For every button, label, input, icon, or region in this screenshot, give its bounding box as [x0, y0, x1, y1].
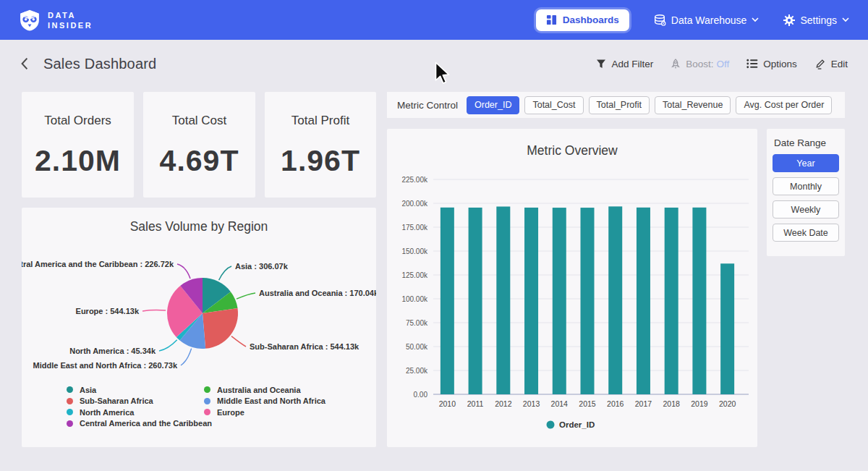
bar-legend-label[interactable]: Order_ID	[559, 420, 595, 429]
bar-2020[interactable]	[720, 263, 734, 394]
legend-dot	[204, 386, 210, 393]
legend-item-central-america-and-the-caribbean[interactable]: Central America and the Caribbean	[67, 418, 212, 430]
kpi-card-total-profit: Total Profit 1.96T	[265, 92, 376, 198]
y-tick-label: 150.00k	[401, 247, 428, 255]
x-tick-label: 2012	[495, 399, 512, 408]
pie-slice-sub-saharan-africa[interactable]	[203, 308, 238, 349]
bar-legend-dot	[547, 421, 555, 429]
y-tick-label: 200.00k	[401, 200, 428, 208]
list-options-icon	[746, 59, 758, 69]
x-tick-label: 2019	[691, 399, 708, 408]
bar-2011[interactable]	[469, 208, 482, 394]
pie-connector-europe	[142, 310, 166, 311]
data-warehouse-menu[interactable]: Data Warehouse	[654, 14, 760, 26]
x-tick-label: 2010	[439, 399, 456, 408]
legend-item-north-america[interactable]: North America	[67, 407, 212, 418]
kpi-value: 1.96T	[281, 144, 360, 178]
back-button[interactable]	[20, 57, 33, 70]
legend-item-sub-saharan-africa[interactable]: Sub-Saharan Africa	[67, 396, 212, 407]
pie-connector-central-america-and-the-caribbean	[177, 264, 190, 279]
y-tick-label: 50.00k	[406, 343, 428, 351]
metric-option-total-profit[interactable]: Total_Profit	[589, 96, 650, 114]
metric-options: Order_IDTotal_CostTotal_ProfitTotal_Reve…	[467, 96, 832, 114]
legend-item-middle-east-and-north-africa[interactable]: Middle East and North Africa	[204, 396, 326, 407]
kpi-label: Total Orders	[44, 114, 111, 128]
legend-item-australia-and-oceania[interactable]: Australia and Oceania	[204, 384, 326, 396]
date-range-week-date[interactable]: Week Date	[773, 224, 839, 242]
legend-label: North America	[80, 408, 134, 417]
metric-control-label: Metric Control	[397, 100, 458, 111]
boost-state: Off	[716, 59, 729, 69]
y-tick-label: 100.00k	[401, 295, 428, 303]
legend-label: Europe	[217, 408, 244, 417]
metric-option-total-revenue[interactable]: Total_Revenue	[655, 96, 731, 114]
date-range-panel: Date Range YearMonthlyWeeklyWeek Date	[767, 129, 845, 256]
bar-2012[interactable]	[496, 206, 510, 394]
legend-dot	[67, 420, 73, 427]
x-tick-label: 2011	[467, 399, 484, 408]
legend-dot	[204, 398, 210, 404]
chevron-down-icon	[842, 17, 849, 22]
bar-2015[interactable]	[581, 208, 595, 394]
pie-label-australia-and-oceania: Australia and Oceania : 170.04k	[259, 289, 376, 297]
date-range-label: Date Range	[774, 137, 839, 148]
y-tick-label: 225.00k	[401, 176, 428, 184]
options-button[interactable]: Options	[746, 59, 797, 69]
pencil-icon	[814, 58, 826, 69]
kpi-card-total-orders: Total Orders 2.10M	[22, 92, 134, 198]
bar-2010[interactable]	[441, 208, 454, 394]
app-logo[interactable]: DATA INSIDER	[19, 9, 93, 32]
bar-2014[interactable]	[553, 208, 566, 394]
metric-option-order-id[interactable]: Order_ID	[467, 96, 519, 114]
settings-menu[interactable]: Settings	[783, 14, 849, 26]
x-tick-label: 2017	[635, 399, 652, 408]
date-range-options: YearMonthlyWeeklyWeek Date	[773, 154, 839, 242]
pie-connector-north-america	[159, 340, 177, 351]
pie-connector-middle-east-and-north-africa	[181, 349, 192, 365]
date-range-weekly[interactable]: Weekly	[773, 200, 839, 218]
bar-chart-card: Metric Overview 0.0025.00k50.00k75.00k10…	[387, 129, 757, 447]
metric-option-avg-cost-per-order[interactable]: Avg. Cost per Order	[736, 96, 832, 114]
pie-label-europe: Europe : 544.13k	[76, 307, 140, 315]
date-range-monthly[interactable]: Monthly	[773, 177, 839, 195]
page-title: Sales Dashboard	[43, 56, 156, 72]
boost-toggle[interactable]: Boost: Off	[671, 59, 729, 69]
pie-label-north-america: North America : 45.34k	[69, 347, 156, 355]
page-header: Sales Dashboard Add Filter Boost: Off	[0, 40, 868, 88]
bar-2019[interactable]	[692, 208, 706, 394]
edit-button[interactable]: Edit	[814, 58, 848, 69]
legend-label: Central America and the Caribbean	[80, 419, 212, 428]
y-tick-label: 175.00k	[401, 224, 428, 232]
metric-option-total-cost[interactable]: Total_Cost	[524, 96, 583, 114]
y-tick-label: 75.00k	[406, 319, 428, 327]
legend-item-europe[interactable]: Europe	[204, 407, 326, 418]
bar-2013[interactable]	[524, 208, 538, 394]
legend-label: Middle East and North Africa	[217, 396, 326, 405]
gear-icon	[783, 14, 795, 26]
kpi-value: 2.10M	[35, 144, 121, 178]
x-tick-label: 2018	[663, 399, 681, 408]
y-tick-label: 125.00k	[401, 271, 428, 279]
pie-label-asia: Asia : 306.07k	[235, 262, 289, 271]
y-tick-label: 25.00k	[406, 367, 428, 375]
legend-item-asia[interactable]: Asia	[67, 384, 212, 396]
add-filter-button[interactable]: Add Filter	[596, 59, 653, 69]
kpi-card-total-cost: Total Cost 4.69T	[143, 92, 255, 198]
kpi-label: Total Cost	[172, 114, 227, 128]
kpi-label: Total Profit	[292, 114, 349, 128]
bar-2018[interactable]	[665, 208, 678, 394]
y-tick-label: 0.00	[414, 391, 428, 399]
bar-2016[interactable]	[608, 206, 622, 394]
dashboards-button[interactable]: Dashboards	[536, 9, 629, 31]
x-tick-label: 2020	[719, 399, 736, 408]
date-range-year[interactable]: Year	[773, 154, 839, 172]
bar-2017[interactable]	[637, 208, 650, 394]
legend-dot	[204, 409, 210, 415]
x-tick-label: 2014	[551, 399, 569, 408]
legend-label: Asia	[80, 386, 96, 394]
legend-dot	[67, 398, 73, 404]
chevron-left-icon	[20, 57, 29, 70]
boost-label: Boost:	[686, 59, 713, 69]
owl-logo-icon	[19, 9, 41, 32]
legend-label: Australia and Oceania	[217, 386, 301, 394]
